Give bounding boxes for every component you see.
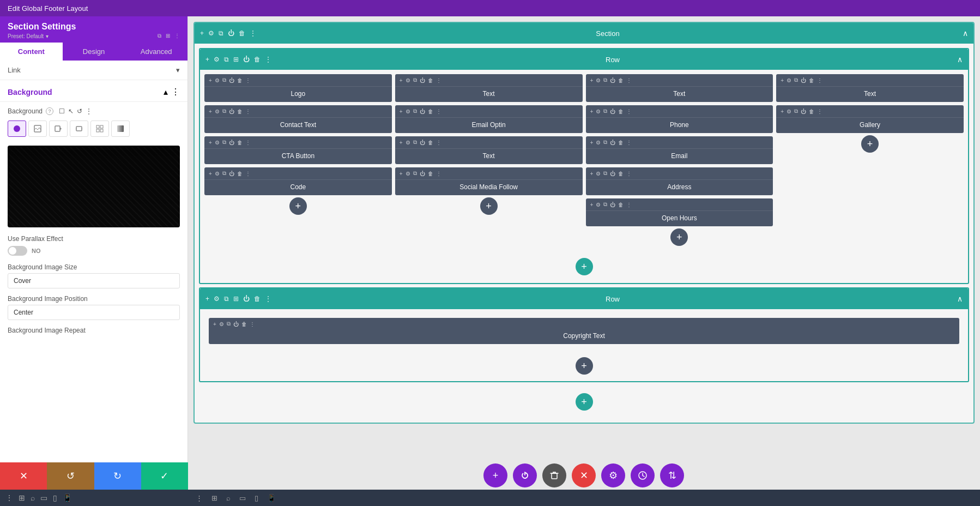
cr-trash[interactable]: 🗑	[241, 321, 247, 327]
icon-copy[interactable]: ⧉	[158, 33, 161, 39]
t3-add[interactable]: +	[590, 77, 594, 83]
bg-chevron-up[interactable]: ▴	[164, 87, 168, 97]
logo-copy[interactable]: ⧉	[222, 77, 226, 83]
oh-copy[interactable]: ⧉	[603, 201, 607, 208]
addr-add[interactable]: +	[590, 171, 594, 177]
em-power[interactable]: ⏻	[610, 140, 615, 146]
col1-add-circle[interactable]: +	[289, 197, 307, 215]
row1-copy-icon[interactable]: ⧉	[224, 56, 229, 63]
logo-trash[interactable]: 🗑	[237, 77, 243, 83]
fab-trash[interactable]	[542, 463, 566, 487]
module-address[interactable]: + ⚙ ⧉ ⏻ 🗑 ⋮ Address	[586, 167, 773, 195]
fab-clock[interactable]	[631, 463, 655, 487]
bt-grid-icon[interactable]: ⊞	[19, 493, 25, 502]
bt-search-icon[interactable]: ⌕	[31, 493, 35, 502]
module-open-hours[interactable]: + ⚙ ⧉ ⏻ 🗑 ⋮ Open Hours	[586, 198, 773, 226]
t2-trash[interactable]: 🗑	[428, 140, 433, 146]
bg-type-pattern[interactable]	[90, 121, 109, 137]
row1-trash-icon[interactable]: 🗑	[254, 56, 261, 63]
t4-add[interactable]: +	[781, 77, 784, 83]
logo-more[interactable]: ⋮	[245, 77, 251, 83]
redo-button[interactable]: ↻	[94, 462, 141, 490]
module-text-2[interactable]: + ⚙ ⧉ ⏻ 🗑 ⋮ Text	[395, 136, 583, 164]
code-add[interactable]: +	[209, 171, 212, 177]
t2-more[interactable]: ⋮	[436, 140, 441, 146]
soc-power[interactable]: ⏻	[420, 171, 425, 177]
code-copy[interactable]: ⧉	[222, 170, 226, 177]
soc-more[interactable]: ⋮	[436, 171, 441, 177]
bg-type-slideshow[interactable]	[70, 121, 88, 137]
cta-trash[interactable]: 🗑	[237, 140, 243, 146]
tab-advanced[interactable]: Advanced	[125, 43, 187, 61]
cta-more[interactable]: ⋮	[245, 140, 251, 146]
t3-gear[interactable]: ⚙	[596, 77, 601, 83]
ct-power[interactable]: ⏻	[229, 109, 234, 115]
t2-gear[interactable]: ⚙	[406, 140, 410, 146]
row1-power-icon[interactable]: ⏻	[243, 56, 250, 63]
row2-trash-icon[interactable]: 🗑	[254, 295, 261, 303]
cr-more[interactable]: ⋮	[250, 321, 255, 327]
module-social[interactable]: + ⚙ ⧉ ⏻ 🗑 ⋮ Social Media Follow	[395, 167, 583, 195]
t2-power[interactable]: ⏻	[420, 140, 425, 146]
icon-more[interactable]: ⋮	[174, 33, 180, 39]
undo-button[interactable]: ↺	[47, 462, 94, 490]
section-power-icon[interactable]: ⏻	[228, 29, 234, 37]
bg-cursor-icon[interactable]: ↖	[68, 107, 74, 115]
cr-power[interactable]: ⏻	[233, 321, 239, 327]
fb-search[interactable]: ⌕	[226, 494, 231, 502]
bg-size-select[interactable]: Cover	[8, 273, 180, 288]
soc-copy[interactable]: ⧉	[413, 170, 417, 177]
t1-power[interactable]: ⏻	[420, 77, 425, 83]
code-power[interactable]: ⏻	[229, 171, 234, 177]
section-copy-icon[interactable]: ⧉	[219, 29, 223, 37]
ct-add[interactable]: +	[209, 109, 212, 115]
bg-type-gradient[interactable]	[111, 121, 130, 137]
bg-type-image[interactable]	[28, 121, 47, 137]
addr-trash[interactable]: 🗑	[618, 171, 624, 177]
bt-mobile-icon[interactable]: 📱	[63, 493, 72, 502]
fab-arrows[interactable]: ⇅	[660, 463, 684, 487]
t1-gear[interactable]: ⚙	[406, 77, 410, 83]
logo-add[interactable]: +	[209, 77, 212, 83]
addr-more[interactable]: ⋮	[626, 171, 632, 177]
col2-add-circle[interactable]: +	[480, 197, 498, 215]
parallax-toggle[interactable]	[8, 246, 27, 256]
module-copyright[interactable]: + ⚙ ⧉ ⏻ 🗑 ⋮ Copyright Text	[209, 318, 959, 344]
fab-close[interactable]: ✕	[572, 463, 596, 487]
t3-copy[interactable]: ⧉	[603, 77, 607, 83]
cta-add[interactable]: +	[209, 140, 212, 146]
logo-power[interactable]: ⏻	[229, 77, 234, 83]
gal-more[interactable]: ⋮	[817, 109, 822, 115]
fb-tablet[interactable]: ▯	[255, 494, 258, 502]
code-gear[interactable]: ⚙	[215, 171, 220, 177]
module-phone[interactable]: + ⚙ ⧉ ⏻ 🗑 ⋮ Phone	[586, 105, 773, 133]
eo-more[interactable]: ⋮	[436, 109, 441, 115]
oh-trash[interactable]: 🗑	[618, 202, 624, 208]
row1-chevron[interactable]: ∧	[957, 55, 963, 64]
eo-power[interactable]: ⏻	[420, 109, 425, 115]
oh-gear[interactable]: ⚙	[596, 202, 601, 208]
ct-gear[interactable]: ⚙	[215, 109, 220, 115]
logo-gear[interactable]: ⚙	[215, 77, 220, 83]
gal-copy[interactable]: ⧉	[794, 108, 798, 115]
cta-copy[interactable]: ⧉	[222, 139, 226, 146]
row1-add-icon[interactable]: +	[205, 56, 209, 63]
module-logo[interactable]: + ⚙ ⧉ ⏻ 🗑 ⋮ Logo	[204, 74, 392, 102]
em-more[interactable]: ⋮	[626, 140, 632, 146]
link-row[interactable]: Link ▾	[0, 61, 187, 80]
col3-add-circle[interactable]: +	[670, 228, 688, 246]
module-text-3[interactable]: + ⚙ ⧉ ⏻ 🗑 ⋮ Text	[586, 74, 773, 102]
cta-gear[interactable]: ⚙	[215, 140, 220, 146]
fb-grid[interactable]: ⊞	[211, 494, 217, 502]
t3-trash[interactable]: 🗑	[618, 77, 624, 83]
soc-trash[interactable]: 🗑	[428, 171, 433, 177]
ct-copy[interactable]: ⧉	[222, 108, 226, 115]
row2-add-circle[interactable]: +	[576, 357, 593, 375]
soc-add[interactable]: +	[400, 171, 403, 177]
fab-add[interactable]: +	[483, 463, 507, 487]
eo-add[interactable]: +	[400, 109, 403, 115]
oh-add[interactable]: +	[590, 202, 594, 208]
row2-add-icon[interactable]: +	[205, 295, 209, 303]
bg-type-color[interactable]	[8, 121, 26, 137]
bg-info-icon[interactable]: ?	[46, 107, 53, 115]
